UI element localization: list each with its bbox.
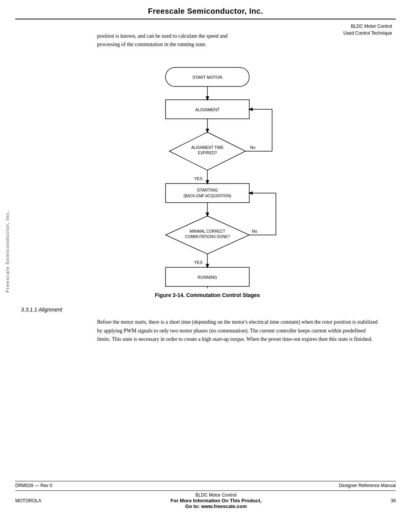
page-header: Freescale Semiconductor, Inc. — [15, 0, 396, 19]
footer-bottom-right: 39 — [391, 498, 396, 503]
footer-center-line1: BLDC Motor Control — [41, 492, 390, 498]
top-right-labels: BLDC Motor Control Used Control Techniqu… — [343, 23, 392, 37]
intro-paragraph: position is known, and can be used to ca… — [97, 32, 379, 48]
footer-bottom-center: BLDC Motor Control For More Information … — [41, 492, 390, 509]
no2-label: No — [252, 229, 257, 233]
footer-center-line3: Go to: www.freescale.com — [41, 503, 390, 509]
watermark-text: Freescale Semiconductor, Inc. — [5, 210, 10, 292]
intro-text: position is known, and can be used to ca… — [97, 33, 228, 47]
header-title: Freescale Semiconductor, Inc. — [15, 7, 396, 16]
footer-bottom-row: MOTOROLA BLDC Motor Control For More Inf… — [15, 490, 396, 509]
start-motor-label: START MOTOR — [193, 75, 223, 80]
body-text-content: Before the motor starts, there is a shor… — [97, 319, 378, 342]
no1-label: No — [250, 145, 255, 150]
footer-bottom-left: MOTOROLA — [15, 498, 41, 503]
yes2-label: YES — [194, 260, 202, 265]
flowchart-svg: START MOTOR ALIGNMENT ALIGNMENT TIME EXP… — [101, 60, 314, 288]
yes1-label: YES — [194, 176, 202, 181]
side-watermark: Freescale Semiconductor, Inc. — [0, 0, 14, 503]
alignment-time-label1: ALIGNMENT TIME — [191, 145, 224, 150]
svg-rect-9 — [166, 184, 249, 203]
minimal-label1: MINIMAL CORRECT — [190, 229, 225, 233]
footer-center-line2: For More Information On This Product, — [41, 498, 390, 503]
footer-left: DRM028 — Rev 0 — [15, 483, 52, 488]
footer-top-row: DRM028 — Rev 0 Designer Reference Manual — [15, 481, 396, 490]
footer-right: Designer Reference Manual — [339, 483, 396, 488]
subtitle-line1: BLDC Motor Control — [343, 23, 392, 30]
starting-label1: STARTING — [197, 188, 218, 192]
section-heading: 3.3.1.1 Alignment — [21, 307, 394, 313]
figure-caption: Figure 3-14. Commutation Control Stages — [21, 292, 394, 298]
running-label: RUNNING — [198, 275, 217, 280]
flowchart-area: START MOTOR ALIGNMENT ALIGNMENT TIME EXP… — [21, 60, 394, 288]
alignment-time-label2: EXPIRED? — [198, 151, 217, 155]
subtitle-line2: Used Control Technique — [343, 30, 392, 37]
main-content: position is known, and can be used to ca… — [21, 19, 394, 344]
minimal-label2: COMMUTATIONS DONE? — [185, 235, 230, 239]
page-footer: DRM028 — Rev 0 Designer Reference Manual… — [15, 481, 396, 509]
alignment-label: ALIGNMENT — [195, 107, 220, 112]
body-paragraph: Before the motor starts, there is a shor… — [97, 318, 379, 343]
starting-label2: (BACK-EMF ACQUISITION) — [183, 194, 231, 198]
